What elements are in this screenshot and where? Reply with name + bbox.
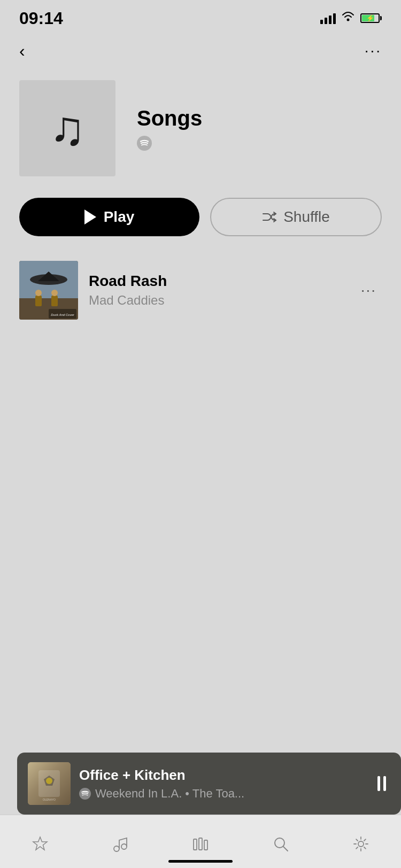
back-button[interactable]: ‹ [19, 41, 25, 61]
song-artist: Mad Caddies [89, 293, 345, 308]
svg-point-0 [347, 19, 350, 21]
now-playing-art: OLENAYO [28, 762, 71, 805]
song-title: Road Rash [89, 273, 345, 290]
album-art-svg: Duck And Cover [19, 261, 78, 320]
favorites-icon [31, 835, 49, 853]
svg-rect-23 [199, 838, 202, 850]
svg-text:Duck And Cover: Duck And Cover [51, 313, 74, 316]
svg-point-18 [79, 788, 91, 800]
svg-rect-8 [51, 296, 58, 306]
nav-bar: ‹ ··· [0, 32, 401, 69]
shuffle-label: Shuffle [283, 208, 330, 226]
svg-point-20 [114, 846, 119, 851]
nav-item-library[interactable] [181, 831, 220, 857]
now-playing-title: Office + Kitchen [79, 767, 365, 784]
search-icon [272, 835, 290, 853]
svg-rect-6 [35, 296, 42, 306]
svg-point-27 [358, 841, 364, 847]
song-album-art: Duck And Cover [19, 261, 78, 320]
now-playing-bar[interactable]: OLENAYO Office + Kitchen Weekend In L.A.… [17, 753, 401, 815]
now-playing-info: Office + Kitchen Weekend In L.A. • The T… [79, 767, 365, 801]
shuffle-button[interactable]: Shuffle [210, 198, 382, 236]
svg-point-1 [137, 136, 152, 151]
home-indicator [168, 860, 233, 863]
nav-item-music[interactable] [101, 831, 140, 857]
svg-point-21 [121, 844, 127, 849]
now-playing-subtitle: Weekend In L.A. • The Toa... [95, 787, 244, 801]
action-buttons: Play Shuffle [0, 192, 401, 252]
settings-icon [352, 835, 370, 853]
library-icon [191, 835, 210, 853]
pause-bar-right [383, 776, 386, 791]
nav-item-settings[interactable] [341, 831, 381, 857]
nav-item-search[interactable] [261, 831, 300, 857]
table-row: Duck And Cover Road Rash Mad Caddies ··· [19, 252, 382, 328]
play-button[interactable]: Play [19, 198, 199, 236]
now-playing-sub: Weekend In L.A. • The Toa... [79, 787, 365, 801]
spotify-icon [137, 136, 152, 151]
status-icons: ⚡ [320, 11, 382, 25]
playlist-title: Songs [137, 106, 202, 130]
play-label: Play [104, 208, 135, 226]
svg-point-16 [46, 778, 52, 784]
music-icon [111, 835, 129, 853]
svg-point-9 [51, 290, 58, 296]
now-playing-spotify-icon [79, 788, 91, 800]
svg-rect-22 [194, 839, 197, 850]
svg-line-26 [283, 847, 288, 851]
wifi-icon [341, 11, 355, 25]
song-info: Road Rash Mad Caddies [89, 273, 345, 308]
playlist-art: ♫ [19, 80, 115, 176]
nav-item-favorites[interactable] [20, 831, 60, 857]
pause-button[interactable] [373, 772, 390, 795]
spotify-logo [137, 136, 202, 151]
music-note-icon: ♫ [49, 101, 86, 156]
status-bar: 09:14 ⚡ [0, 0, 401, 32]
playlist-header: ♫ Songs [0, 69, 401, 192]
status-time: 09:14 [19, 9, 63, 28]
svg-point-7 [35, 290, 42, 296]
play-icon [84, 210, 96, 224]
song-more-button[interactable]: ··· [356, 276, 382, 304]
svg-marker-19 [33, 837, 47, 850]
now-playing-art-svg: OLENAYO [28, 762, 71, 805]
song-list: Duck And Cover Road Rash Mad Caddies ··· [0, 252, 401, 328]
signal-icon [320, 12, 336, 24]
shuffle-icon [262, 211, 277, 223]
svg-text:OLENAYO: OLENAYO [43, 798, 56, 801]
playlist-info: Songs [137, 106, 202, 151]
battery-icon: ⚡ [360, 13, 382, 23]
pause-bar-left [377, 776, 380, 791]
more-button[interactable]: ··· [365, 42, 382, 59]
svg-rect-24 [204, 840, 207, 850]
